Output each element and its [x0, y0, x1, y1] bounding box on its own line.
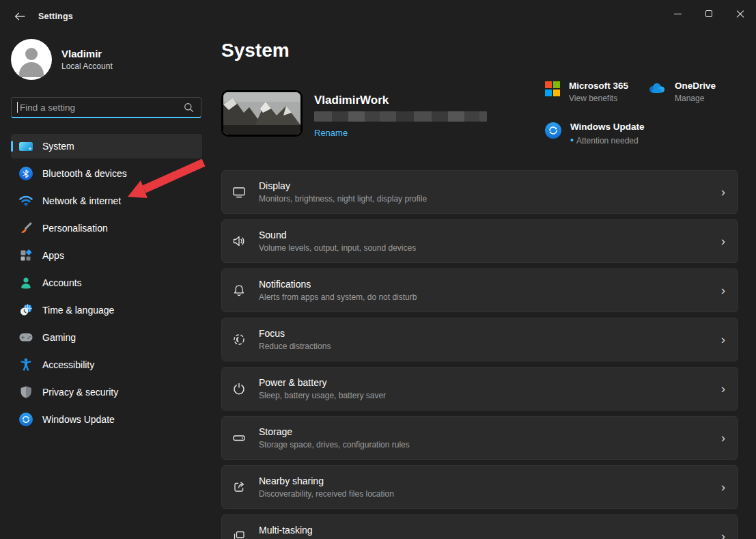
- row-title: Multi-tasking: [259, 525, 721, 536]
- multitask-icon: [232, 529, 259, 539]
- row-display[interactable]: Display Monitors, brightness, night ligh…: [221, 170, 738, 214]
- row-subtitle: Discoverability, received files location: [259, 489, 721, 499]
- sidebar-item-windows-update[interactable]: Windows Update: [11, 407, 202, 432]
- sidebar-item-time-language[interactable]: Time & language: [11, 298, 202, 322]
- device-wallpaper-thumbnail: [221, 90, 303, 137]
- row-title: Power & battery: [259, 377, 721, 388]
- chevron-right-icon: ›: [721, 382, 725, 395]
- gamepad-icon: [19, 331, 33, 344]
- row-multi-tasking[interactable]: Multi-tasking Snap windows, desktops, ta…: [221, 514, 738, 539]
- quick-info-title: OneDrive: [675, 81, 716, 91]
- row-sound[interactable]: Sound Volume levels, output, input, soun…: [221, 219, 738, 263]
- search-input[interactable]: [20, 102, 184, 113]
- sidebar: Vladimir Local Account System Bluetooth …: [0, 33, 212, 539]
- sidebar-item-label: Time & language: [42, 305, 114, 316]
- sidebar-item-bluetooth-devices[interactable]: Bluetooth & devices: [11, 161, 202, 186]
- user-profile[interactable]: Vladimir Local Account: [11, 39, 113, 80]
- row-subtitle: Storage space, drives, configuration rul…: [259, 440, 721, 450]
- microsoft-365-icon: [545, 81, 560, 96]
- maximize-icon: [705, 10, 712, 17]
- row-subtitle: Monitors, brightness, night light, displ…: [259, 194, 721, 204]
- user-account-type: Local Account: [61, 61, 113, 71]
- row-nearby-sharing[interactable]: Nearby sharing Discoverability, received…: [221, 465, 738, 509]
- main-content: System VladimirWork Rename Micros: [212, 33, 756, 539]
- windows-update-block[interactable]: Windows Update •Attention needed: [545, 122, 645, 146]
- speaker-icon: [232, 234, 259, 248]
- sidebar-item-gaming[interactable]: Gaming: [11, 325, 202, 350]
- sidebar-item-label: System: [42, 141, 74, 152]
- sidebar-item-accounts[interactable]: Accounts: [11, 271, 202, 295]
- chevron-right-icon: ›: [721, 431, 725, 444]
- chevron-right-icon: ›: [721, 529, 725, 539]
- maximize-button[interactable]: [693, 0, 725, 27]
- window-controls: [662, 0, 756, 27]
- row-title: Sound: [259, 230, 721, 240]
- chevron-right-icon: ›: [721, 333, 725, 346]
- apps-icon: [19, 249, 33, 262]
- sidebar-item-label: Apps: [42, 250, 64, 261]
- sidebar-item-system[interactable]: System: [11, 134, 202, 158]
- search-box[interactable]: [11, 97, 201, 118]
- row-focus[interactable]: Focus Reduce distractions ›: [221, 318, 738, 361]
- row-subtitle: Volume levels, output, input, sound devi…: [259, 243, 721, 253]
- sidebar-item-apps[interactable]: Apps: [11, 243, 202, 268]
- close-icon: [736, 10, 744, 18]
- quick-info-title: Microsoft 365: [569, 81, 628, 91]
- bell-icon: [232, 284, 259, 297]
- minimize-icon: [674, 14, 682, 14]
- microsoft-365-block[interactable]: Microsoft 365 View benefits: [545, 81, 628, 103]
- shield-icon: [19, 385, 33, 399]
- row-title: Storage: [259, 426, 721, 437]
- sidebar-nav: System Bluetooth & devices Network & int…: [11, 134, 202, 434]
- onedrive-icon: [647, 81, 666, 94]
- sidebar-item-label: Gaming: [42, 332, 76, 343]
- back-button[interactable]: [8, 7, 31, 26]
- share-icon: [232, 480, 259, 495]
- quick-info-subtitle: Manage: [675, 94, 716, 103]
- row-storage[interactable]: Storage Storage space, drives, configura…: [221, 416, 738, 460]
- row-title: Focus: [259, 328, 721, 339]
- minimize-button[interactable]: [662, 0, 693, 27]
- device-name: VladimirWork: [314, 94, 487, 107]
- row-title: Notifications: [259, 279, 721, 290]
- sidebar-item-label: Accounts: [42, 277, 82, 288]
- sidebar-item-network-internet[interactable]: Network & internet: [11, 189, 202, 213]
- update-icon: [19, 413, 33, 426]
- chevron-right-icon: ›: [721, 284, 725, 296]
- sidebar-item-label: Network & internet: [42, 195, 121, 206]
- row-subtitle: Reduce distractions: [259, 342, 721, 351]
- avatar: [11, 39, 52, 80]
- accessibility-icon: [19, 358, 33, 372]
- sidebar-item-accessibility[interactable]: Accessibility: [11, 353, 202, 377]
- sidebar-item-label: Privacy & security: [42, 387, 118, 398]
- windows-update-status-icon: [545, 122, 561, 139]
- row-title: Nearby sharing: [259, 475, 721, 486]
- focus-icon: [232, 332, 259, 347]
- back-arrow-icon: [14, 12, 25, 20]
- close-button[interactable]: [725, 0, 756, 27]
- row-title: Display: [259, 180, 721, 191]
- paintbrush-icon: [19, 221, 33, 235]
- row-notifications[interactable]: Notifications Alerts from apps and syste…: [221, 268, 738, 312]
- selected-indicator: [11, 141, 13, 152]
- attention-dot: •: [570, 135, 574, 146]
- display-icon: [232, 185, 259, 199]
- sidebar-item-privacy-security[interactable]: Privacy & security: [11, 380, 202, 404]
- row-power-battery[interactable]: Power & battery Sleep, battery usage, ba…: [221, 367, 738, 411]
- row-subtitle: Alerts from apps and system, do not dist…: [259, 292, 721, 302]
- bluetooth-icon: [19, 167, 33, 180]
- sidebar-item-personalisation[interactable]: Personalisation: [11, 216, 202, 240]
- sidebar-item-label: Bluetooth & devices: [42, 168, 127, 179]
- user-name: Vladimir: [61, 48, 113, 59]
- quick-info-title: Windows Update: [570, 122, 645, 132]
- person-icon: [19, 276, 33, 290]
- quick-info-subtitle: •Attention needed: [570, 135, 645, 146]
- rename-link[interactable]: Rename: [314, 128, 348, 138]
- chevron-right-icon: ›: [721, 185, 725, 198]
- text-caret: [17, 102, 18, 113]
- sidebar-item-label: Accessibility: [42, 359, 94, 370]
- search-icon: [184, 102, 194, 113]
- power-icon: [232, 381, 259, 396]
- quick-info-subtitle: View benefits: [569, 94, 628, 103]
- onedrive-block[interactable]: OneDrive Manage: [647, 81, 716, 103]
